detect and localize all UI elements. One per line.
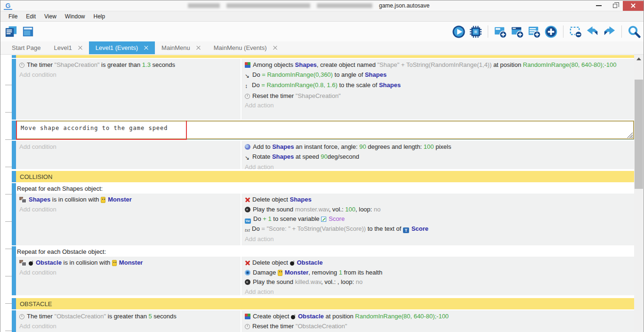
add-circle-icon[interactable] [544, 25, 558, 39]
add-condition-link[interactable]: Add condition [19, 70, 236, 80]
search-icon[interactable] [627, 25, 641, 39]
event-row[interactable]: The timer "ObstacleCreation" is greater … [12, 310, 635, 332]
tab-level1[interactable]: Level1 [47, 41, 89, 54]
action-line[interactable]: Delete object Obstacle [245, 258, 630, 268]
comment-text[interactable]: Move shape according to the game speed [17, 121, 633, 131]
action-line[interactable]: Play the sound killed.wav, vol.: , loop:… [245, 277, 630, 287]
add-comment-icon[interactable] [527, 25, 541, 39]
text-segment: 1 [339, 269, 342, 276]
start-page-icon[interactable] [21, 25, 35, 39]
section-band[interactable]: COLLISION [12, 171, 635, 182]
menu-view[interactable]: View [40, 12, 61, 21]
add-action-link[interactable]: Add action [245, 235, 630, 244]
action-line[interactable]: Reset the timer "ShapeCreation" [245, 91, 630, 101]
close-button[interactable] [623, 1, 644, 11]
condition-line[interactable]: The timer "ObstacleCreation" is greater … [19, 312, 236, 322]
tab-close-icon[interactable] [273, 46, 277, 50]
action-line[interactable]: Play the sound monster.wav, vol.: 100, l… [245, 205, 630, 215]
action-line[interactable]: Among objects Shapes, create object name… [245, 60, 630, 70]
app-logo-icon: G [4, 1, 12, 10]
add-condition-link[interactable]: Add condition [19, 322, 236, 332]
add-condition-link[interactable]: Add condition [19, 268, 236, 278]
event-body: Obstacle is in collision with MonsterAdd… [16, 257, 635, 295]
menu-file[interactable]: File [4, 12, 22, 21]
condition-line[interactable]: The timer "ShapeCreation" is greater tha… [19, 60, 236, 70]
comment-edit-box[interactable]: Move shape according to the game speed [16, 121, 634, 139]
conditions-cell[interactable]: Obstacle is in collision with MonsterAdd… [16, 257, 241, 295]
actions-cell[interactable]: Delete object ObstacleDamage Monster, re… [241, 257, 635, 295]
restore-button[interactable] [607, 1, 623, 11]
window-title: game.json.autosave [188, 0, 429, 11]
add-action-link[interactable]: Add action [245, 162, 630, 169]
action-line[interactable]: ↕Do = RandomInRange(0.8, 1.6) to the sca… [245, 81, 630, 91]
event-row[interactable]: Add conditionAdd to Shapes an instant fo… [12, 141, 635, 169]
tab-level1-events-[interactable]: Level1 (Events) [89, 41, 155, 54]
menu-edit[interactable]: Edit [22, 12, 40, 21]
condition-line[interactable]: Obstacle is in collision with Monster [19, 258, 236, 268]
add-action-link[interactable]: Add action [245, 287, 630, 296]
repeat-for-each-header[interactable]: Repeat for each Shapes object: [16, 183, 635, 194]
actions-cell[interactable]: Create object Obstacle at position Rando… [241, 310, 635, 332]
actions-cell[interactable]: Among objects Shapes, create object name… [241, 59, 635, 120]
action-line[interactable]: ↘Do = RandomInRange(0,360) to angle of S… [245, 70, 630, 81]
action-line[interactable]: Reset the timer "ObstacleCreation" [245, 322, 630, 332]
obstacle-icon [290, 260, 295, 266]
action-line[interactable]: Create object Obstacle at position Rando… [245, 312, 630, 322]
tab-mainmenu-events-[interactable]: MainMenu (Events) [207, 41, 284, 54]
add-condition-link[interactable]: Add condition [19, 205, 236, 215]
project-manager-icon[interactable] [4, 25, 18, 39]
add-action-link[interactable]: Add action [245, 101, 630, 111]
play-icon[interactable] [452, 25, 466, 39]
title-bar[interactable]: G game.json.autosave [0, 0, 644, 11]
action-line[interactable]: Damage Monster, removing 1 from its heal… [245, 268, 630, 278]
event-row[interactable]: The timer "ShapeCreation" is greater tha… [12, 59, 635, 120]
event-row[interactable]: Repeat for each Shapes object:Shapes is … [12, 183, 635, 245]
resize-grip-icon[interactable] [627, 132, 633, 138]
action-line[interactable]: ↘Rotate Shapes at speed 90deg/second [245, 152, 630, 163]
comment-event[interactable]: Move shape according to the game speed [12, 121, 635, 140]
action-line[interactable]: txtDo = "Score: " + ToString(Variable(Sc… [245, 224, 630, 235]
add-condition-link[interactable]: Add condition [19, 142, 236, 152]
action-line[interactable]: Add to Shapes an instant force, angle: 9… [245, 142, 630, 152]
text-segment: The timer [27, 313, 55, 320]
vertical-scrollbar[interactable] [634, 55, 644, 332]
actions-cell[interactable]: Add to Shapes an instant force, angle: 9… [241, 141, 635, 169]
remove-event-icon[interactable] [569, 25, 582, 39]
variable-icon: Var [245, 219, 251, 224]
debug-icon[interactable] [469, 25, 483, 39]
event-body: The timer "ObstacleCreation" is greater … [16, 310, 635, 332]
conditions-cell[interactable]: The timer "ObstacleCreation" is greater … [16, 310, 241, 332]
scroll-up-icon[interactable] [636, 57, 641, 60]
tab-close-icon[interactable] [78, 46, 82, 50]
action-line[interactable]: VarDo + 1 to scene variable Score [245, 214, 630, 224]
conditions-cell[interactable]: Add condition [16, 141, 241, 169]
condition-line[interactable]: Shapes is in collision with Monster [19, 195, 236, 205]
tab-start-page[interactable]: Start Page [5, 41, 47, 54]
repeat-for-each-header[interactable]: Repeat for each Obstacle object: [16, 246, 635, 257]
action-line[interactable]: Delete object Shapes [245, 195, 630, 205]
text-segment: 100 [345, 206, 355, 213]
section-band[interactable]: OBSTACLE [12, 298, 635, 309]
add-event-icon[interactable] [493, 25, 507, 39]
txt-icon: txt [245, 225, 250, 235]
conditions-cell[interactable]: The timer "ShapeCreation" is greater tha… [16, 59, 241, 120]
redo-icon[interactable] [603, 25, 616, 39]
actions-cell[interactable]: Delete object ShapesPlay the sound monst… [241, 194, 635, 245]
undo-icon[interactable] [586, 25, 599, 39]
gutter-ruler [5, 58, 12, 332]
minimize-button[interactable] [591, 1, 607, 11]
event-row[interactable]: Repeat for each Obstacle object:Obstacle… [12, 246, 635, 295]
text-segment: to the text of [366, 225, 403, 232]
text-segment: "ObstacleCreation" [55, 313, 106, 320]
tab-mainmenu[interactable]: MainMenu [155, 41, 207, 54]
conditions-cell[interactable]: Shapes is in collision with MonsterAdd c… [16, 194, 241, 245]
add-subevent-icon[interactable] [510, 25, 524, 39]
section-band-partial[interactable] [12, 55, 635, 58]
scene-var-icon [321, 217, 326, 222]
menu-help[interactable]: Help [89, 12, 110, 21]
tab-close-icon[interactable] [144, 46, 148, 50]
tab-close-icon[interactable] [196, 46, 201, 50]
event-body: The timer "ShapeCreation" is greater tha… [16, 59, 635, 120]
menu-window[interactable]: Window [61, 12, 89, 21]
scrollbar-thumb[interactable] [635, 80, 643, 189]
